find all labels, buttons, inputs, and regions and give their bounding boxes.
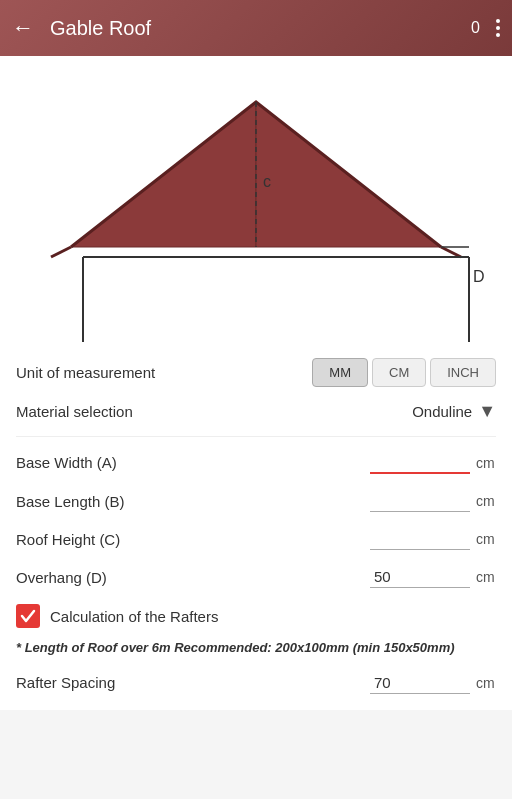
material-value: Onduline: [412, 403, 472, 420]
rafter-spacing-field-wrap: cm: [370, 672, 496, 694]
material-arrow-icon: ▼: [478, 401, 496, 422]
app-header: ← Gable Roof 0: [0, 0, 512, 56]
recommendation-note: * Length of Roof over 6m Recommended: 20…: [16, 638, 496, 658]
roof-height-unit: cm: [476, 531, 496, 547]
page-title: Gable Roof: [50, 17, 471, 40]
base-width-field-wrap: cm: [370, 451, 496, 474]
base-length-row: Base Length (B) cm: [16, 490, 496, 512]
header-badge: 0: [471, 19, 480, 37]
rafter-checkbox[interactable]: [16, 604, 40, 628]
diagram-container: c D A B: [0, 56, 512, 350]
unit-buttons: MM CM INCH: [312, 358, 496, 387]
base-length-field-wrap: cm: [370, 490, 496, 512]
roof-height-label: Roof Height (C): [16, 531, 370, 548]
roof-height-field-wrap: cm: [370, 528, 496, 550]
unit-mm-button[interactable]: MM: [312, 358, 368, 387]
overhang-row: Overhang (D) cm: [16, 566, 496, 588]
svg-line-3: [441, 247, 461, 257]
rafter-checkbox-row[interactable]: Calculation of the Rafters: [16, 604, 496, 628]
material-label: Material selection: [16, 403, 412, 420]
overhang-field-wrap: cm: [370, 566, 496, 588]
menu-button[interactable]: [496, 19, 500, 37]
overhang-unit: cm: [476, 569, 496, 585]
svg-text:D: D: [473, 268, 485, 285]
rafter-spacing-input[interactable]: [370, 672, 470, 694]
base-length-input[interactable]: [370, 490, 470, 512]
rafter-spacing-label: Rafter Spacing: [16, 674, 370, 691]
back-button[interactable]: ←: [12, 15, 34, 41]
overhang-label: Overhang (D): [16, 569, 370, 586]
roof-height-input[interactable]: [370, 528, 470, 550]
rafter-spacing-unit: cm: [476, 675, 496, 691]
material-row: Material selection Onduline ▼: [16, 401, 496, 437]
rafter-checkbox-label: Calculation of the Rafters: [50, 608, 218, 625]
base-length-label: Base Length (B): [16, 493, 370, 510]
base-width-input[interactable]: [370, 451, 470, 474]
svg-line-2: [51, 247, 71, 257]
material-select[interactable]: Onduline ▼: [412, 401, 496, 422]
base-width-label: Base Width (A): [16, 454, 370, 471]
overhang-input[interactable]: [370, 566, 470, 588]
svg-text:c: c: [263, 173, 271, 190]
unit-row: Unit of measurement MM CM INCH: [16, 358, 496, 387]
unit-label: Unit of measurement: [16, 364, 312, 381]
base-width-row: Base Width (A) cm: [16, 451, 496, 474]
unit-inch-button[interactable]: INCH: [430, 358, 496, 387]
roof-height-row: Roof Height (C) cm: [16, 528, 496, 550]
form-container: Unit of measurement MM CM INCH Material …: [0, 350, 512, 710]
base-length-unit: cm: [476, 493, 496, 509]
roof-diagram: c D A B: [21, 72, 491, 342]
base-width-unit: cm: [476, 455, 496, 471]
rafter-spacing-row: Rafter Spacing cm: [16, 672, 496, 694]
unit-cm-button[interactable]: CM: [372, 358, 426, 387]
